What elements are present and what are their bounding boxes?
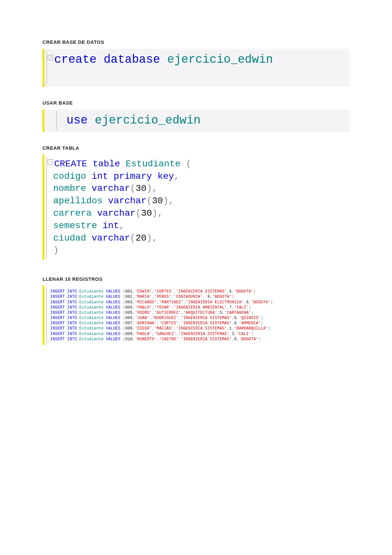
heading-crear-base: CREAR BASE DE DATOS — [42, 39, 350, 45]
code-block-insert-rows: INSERT INTO Estudiante VALUES (001,'EDWI… — [42, 286, 350, 345]
code-line-insert: INSERT INTO Estudiante VALUES (008,'DIEG… — [50, 326, 350, 331]
code-line-insert: INSERT INTO Estudiante VALUES (001,'EDWI… — [50, 289, 350, 294]
fold-minus-icon[interactable]: − — [48, 55, 53, 60]
heading-usar-base: USAR BASE — [42, 100, 350, 106]
code-line-insert: INSERT INTO Estudiante VALUES (009,'PAOL… — [50, 331, 350, 337]
code-line-insert: INSERT INTO Estudiante VALUES (002,'MARI… — [50, 294, 350, 299]
code-line-insert: INSERT INTO Estudiante VALUES (005,'PEDR… — [50, 310, 350, 315]
code-line: ) — [48, 244, 350, 257]
code-block-use-database: use ejercicio_edwin — [42, 109, 350, 132]
code-line-empty — [48, 68, 350, 84]
code-line: use ejercicio_edwin — [59, 113, 350, 129]
code-block-create-table: −CREATE table Estudiante ( codigo int pr… — [42, 155, 350, 260]
heading-crear-tabla: CREAR TABLA — [42, 145, 350, 151]
code-line: codigo int primary key, — [48, 170, 350, 183]
code-line: −CREATE table Estudiante ( — [48, 158, 350, 170]
code-line-insert: INSERT INTO Estudiante VALUES (007,'ADRI… — [50, 321, 350, 326]
code-line-insert: INSERT INTO Estudiante VALUES (004,'PABL… — [50, 305, 350, 310]
code-line: nombre varchar(30), — [48, 182, 350, 195]
fold-minus-icon[interactable]: − — [48, 159, 53, 164]
code-line: −create database ejercicio_edwin — [48, 52, 350, 68]
code-line: apellidos varchar(30), — [48, 195, 350, 207]
code-line-insert: INSERT INTO Estudiante VALUES (003,'RICA… — [50, 300, 350, 305]
code-line: ciudad varchar(20), — [48, 232, 350, 244]
code-line-insert: INSERT INTO Estudiante VALUES (006,'JUAN… — [50, 315, 350, 321]
code-line: carrera varchar(30), — [48, 207, 350, 220]
code-line-insert: INSERT INTO Estudiante VALUES (010,'ROBE… — [50, 337, 350, 342]
code-line: semestre int, — [48, 220, 350, 232]
code-block-create-database: −create database ejercicio_edwin — [42, 49, 350, 87]
heading-llenar-registros: LLENAR 10 REGISTROS — [42, 276, 350, 282]
